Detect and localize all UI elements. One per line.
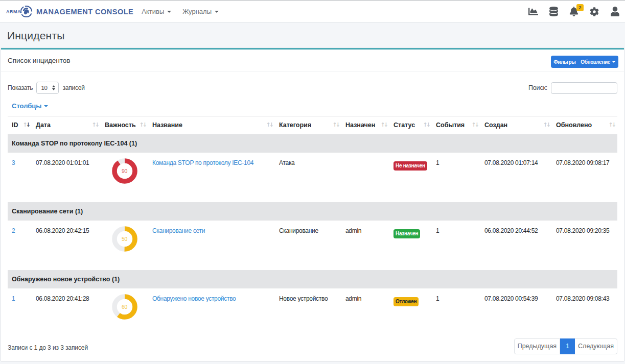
cell-id: 1 — [8, 288, 32, 338]
column-header-assignee[interactable]: Назначен ↑↓ — [341, 116, 389, 134]
records-info: Записи с 1 до 3 из 3 записей — [8, 344, 88, 351]
cell-assignee: admin — [341, 221, 389, 270]
pagination: Предыдущая 1 Следующая — [514, 338, 617, 354]
select-arrow-up-icon — [52, 85, 55, 87]
column-header-category[interactable]: Категория ↑↓ — [275, 116, 341, 134]
cell-created: 07.08.2020 01:07:14 — [480, 153, 552, 202]
menu-journals[interactable]: Журналы — [182, 2, 219, 22]
column-header-label: Название — [152, 122, 182, 129]
dashboard-button[interactable] — [523, 2, 543, 22]
card-title: Список инцидентов — [8, 57, 71, 64]
incident-row: 206.08.2020 20:42:1550Сканирование сетиС… — [8, 221, 617, 270]
column-header-label: Статус — [393, 122, 415, 129]
column-header-status[interactable]: Статус ↑↓ — [389, 116, 432, 134]
table-controls: Показать 10 записей Поиск: — [8, 82, 617, 94]
refresh-dropdown-button[interactable]: Обновление — [578, 56, 618, 68]
sort-icon: ↑↓ — [543, 122, 549, 129]
cell-assignee — [341, 153, 389, 202]
length-value: 10 — [41, 85, 47, 91]
group-header-row: Команда STOP по протоколу IEC-104 (1) — [8, 134, 617, 153]
cell-category: Сканирование — [275, 221, 341, 270]
column-header-importance[interactable]: Важность ↑↓ — [101, 116, 148, 134]
cell-created: 07.08.2020 00:54:39 — [480, 288, 552, 338]
status-badge: Назначен — [393, 229, 420, 238]
page-length-control: Показать 10 записей — [8, 82, 85, 94]
column-header-events[interactable]: События ↑↓ — [432, 116, 480, 134]
notification-count-badge: 2 — [576, 4, 584, 11]
sort-icon: ↑↓ — [266, 122, 272, 129]
columns-dropdown-button[interactable]: Столбцы — [12, 102, 48, 110]
column-header-id[interactable]: ID ↑↓ — [8, 116, 32, 134]
refresh-button-label: Обновление — [581, 59, 610, 65]
arma-helmet-icon — [20, 5, 33, 18]
user-icon — [611, 7, 619, 16]
card-body: Показать 10 записей Поиск: Столбцы — [1, 82, 624, 361]
filters-button-label: Фильтры — [553, 59, 575, 65]
chevron-down-icon — [215, 11, 219, 13]
pagination-next-button[interactable]: Следующая — [575, 338, 617, 354]
incident-title-link[interactable]: Сканирование сети — [152, 227, 205, 234]
database-icon — [549, 7, 558, 16]
group-header-label: Сканирование сети (1) — [8, 202, 617, 221]
filters-button[interactable]: Фильтры — [551, 56, 578, 68]
menu-assets[interactable]: Активы — [142, 2, 171, 22]
length-label-before: Показать — [8, 84, 33, 91]
sort-icon: ↑↓ — [23, 122, 29, 129]
search-control: Поиск: — [528, 82, 617, 94]
incident-title-link[interactable]: Команда STOP по протоколу IEC-104 — [152, 159, 253, 166]
brand-logo[interactable]: ARMA MANAGEMENT CONSOLE — [6, 5, 133, 18]
cell-events: 1 — [432, 288, 480, 338]
sort-active-desc-arrow: ↓ — [26, 122, 29, 128]
column-header-label: Создан — [484, 122, 507, 129]
column-header-updated[interactable]: Обновлено ↑↓ — [552, 116, 617, 134]
chevron-down-icon — [167, 11, 171, 13]
cell-importance: 90 — [101, 153, 148, 202]
cell-category: Атака — [275, 153, 341, 202]
sort-icon: ↑↓ — [140, 122, 146, 129]
columns-button-label: Столбцы — [12, 102, 41, 110]
content-header: Инциденты — [0, 23, 625, 48]
sort-icon: ↑↓ — [472, 122, 478, 129]
cell-status: Не назначен — [389, 153, 432, 202]
cell-events: 1 — [432, 153, 480, 202]
column-header-title[interactable]: Название ↑↓ — [148, 116, 275, 134]
select-arrows-icon — [52, 85, 55, 90]
chevron-down-icon — [44, 105, 48, 107]
cell-date: 06.08.2020 20:42:15 — [32, 221, 101, 270]
notifications-button[interactable]: 2 — [564, 2, 584, 22]
card-toolbar: Фильтры Обновление — [551, 56, 618, 68]
importance-value: 90 — [112, 158, 137, 184]
storage-button[interactable] — [543, 2, 564, 22]
incident-id-link[interactable]: 2 — [12, 227, 15, 234]
profile-button[interactable] — [605, 2, 625, 22]
column-header-label: Категория — [279, 122, 311, 129]
search-input[interactable] — [551, 82, 617, 94]
cell-assignee: admin — [341, 288, 389, 338]
sort-icon: ↑↓ — [333, 122, 339, 129]
settings-button[interactable] — [584, 2, 605, 22]
column-header-created[interactable]: Создан ↑↓ — [480, 116, 552, 134]
group-header-row: Обнаружено новое устройство (1) — [8, 270, 617, 288]
chevron-down-icon — [612, 61, 616, 63]
pagination-previous-button[interactable]: Предыдущая — [514, 338, 560, 354]
card-header: Список инцидентов Фильтры Обновление — [1, 50, 624, 71]
column-header-label: ID — [12, 122, 18, 129]
select-arrow-down-icon — [52, 88, 55, 90]
cell-status: Назначен — [389, 221, 432, 270]
navbar-icons: 2 — [523, 2, 625, 22]
incident-title-link[interactable]: Обнаружено новое устройство — [152, 295, 236, 302]
cell-updated: 07.08.2020 09:08:43 — [552, 288, 617, 338]
pagination-page-1-button[interactable]: 1 — [560, 338, 575, 354]
importance-value: 50 — [112, 226, 137, 252]
page-length-select[interactable]: 10 — [36, 82, 59, 94]
cell-updated: 07.08.2020 09:08:17 — [552, 153, 617, 202]
cell-title: Команда STOP по протоколу IEC-104 — [148, 153, 275, 202]
incident-id-link[interactable]: 3 — [12, 159, 15, 166]
incidents-card: Список инцидентов Фильтры Обновление Пок… — [1, 48, 624, 361]
column-header-date[interactable]: Дата ↑↓ — [32, 116, 101, 134]
importance-donut-chart: 90 — [112, 158, 137, 185]
cell-importance: 50 — [101, 221, 148, 270]
page-title: Инциденты — [0, 23, 625, 42]
table-header-row: ID ↑↓ Дата ↑↓ Важность ↑↓ Название ↑↓ — [8, 116, 617, 134]
incident-id-link[interactable]: 1 — [12, 295, 15, 302]
